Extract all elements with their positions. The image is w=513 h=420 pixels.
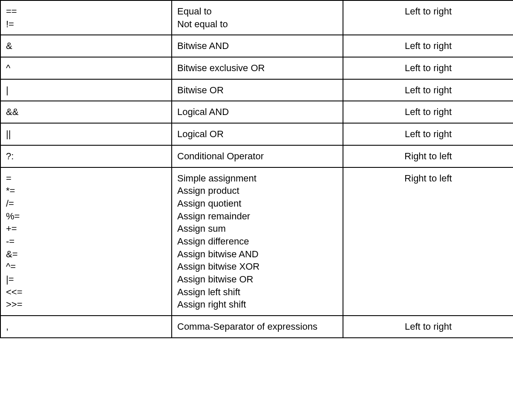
associativity-cell: Left to right (343, 35, 513, 57)
table-row: , Comma-Separator of expressions Left to… (0, 316, 513, 338)
description-cell: Logical AND (172, 101, 343, 123)
operator-cell: & (0, 35, 172, 57)
operator-cell: == != (0, 0, 172, 35)
associativity-cell: Left to right (343, 123, 513, 145)
operator-cell: , (0, 316, 172, 338)
operator-cell: ?: (0, 145, 172, 167)
description-cell: Bitwise OR (172, 79, 343, 101)
operator-cell: || (0, 123, 172, 145)
operator-cell: ^ (0, 57, 172, 79)
associativity-cell: Left to right (343, 101, 513, 123)
associativity-cell: Left to right (343, 79, 513, 101)
table-row: || Logical OR Left to right (0, 123, 513, 145)
associativity-cell: Left to right (343, 0, 513, 35)
description-cell: Logical OR (172, 123, 343, 145)
description-cell: Comma-Separator of expressions (172, 316, 343, 338)
table-row: = *= /= %= += -= &= ^= |= <<= >>= Simple… (0, 167, 513, 316)
operator-table: == != Equal to Not equal to Left to righ… (0, 0, 513, 338)
description-cell: Equal to Not equal to (172, 0, 343, 35)
description-cell: Bitwise exclusive OR (172, 57, 343, 79)
associativity-cell: Right to left (343, 145, 513, 167)
description-cell: Conditional Operator (172, 145, 343, 167)
table-body: == != Equal to Not equal to Left to righ… (0, 0, 513, 338)
operator-cell: | (0, 79, 172, 101)
table-row: & Bitwise AND Left to right (0, 35, 513, 57)
description-cell: Simple assignment Assign product Assign … (172, 167, 343, 316)
operator-cell: = *= /= %= += -= &= ^= |= <<= >>= (0, 167, 172, 316)
operator-cell: && (0, 101, 172, 123)
table-row: | Bitwise OR Left to right (0, 79, 513, 101)
associativity-cell: Left to right (343, 57, 513, 79)
table-row: ?: Conditional Operator Right to left (0, 145, 513, 167)
table-row: == != Equal to Not equal to Left to righ… (0, 0, 513, 35)
description-cell: Bitwise AND (172, 35, 343, 57)
associativity-cell: Right to left (343, 167, 513, 316)
table-row: && Logical AND Left to right (0, 101, 513, 123)
associativity-cell: Left to right (343, 316, 513, 338)
table-row: ^ Bitwise exclusive OR Left to right (0, 57, 513, 79)
